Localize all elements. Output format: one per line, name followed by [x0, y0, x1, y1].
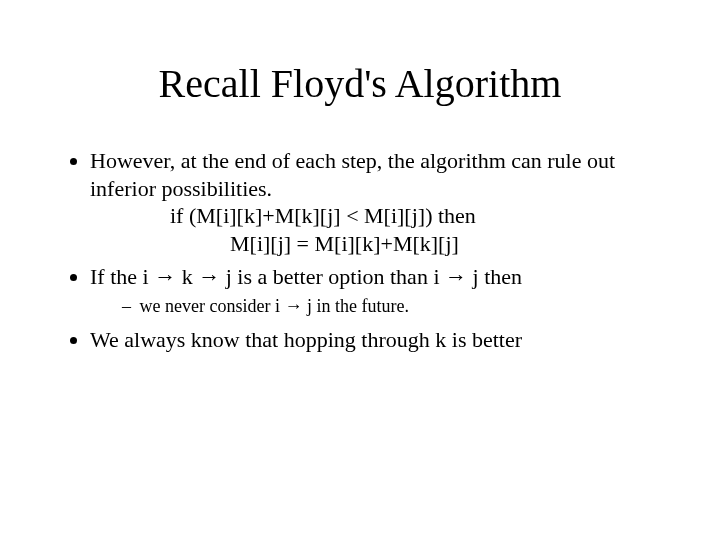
bullet-list: However, at the end of each step, the al… [50, 147, 670, 353]
arrow-icon: → [198, 264, 220, 289]
arrow-icon: → [154, 264, 176, 289]
sub-bullet-list: we never consider i → j in the future. [90, 295, 670, 318]
bullet-3-text: We always know that hopping through k is… [90, 327, 522, 352]
sub-1-part-2: j in the future. [302, 296, 408, 316]
bullet-item-3: We always know that hopping through k is… [90, 326, 670, 354]
slide-title: Recall Floyd's Algorithm [50, 60, 670, 107]
bullet-2-part-4: j then [467, 264, 522, 289]
bullet-2-part-3: j is a better option than i [220, 264, 445, 289]
bullet-item-2: If the i → k → j is a better option than… [90, 263, 670, 318]
bullet-item-1: However, at the end of each step, the al… [90, 147, 670, 257]
slide: Recall Floyd's Algorithm However, at the… [0, 0, 720, 540]
code-line-2: M[i][j] = M[i][k]+M[k][j] [230, 230, 670, 258]
sub-bullet-1: we never consider i → j in the future. [140, 295, 670, 318]
bullet-2-part-2: k [176, 264, 198, 289]
arrow-icon: → [284, 296, 302, 316]
sub-1-part-1: we never consider i [140, 296, 285, 316]
code-line-1: if (M[i][k]+M[k][j] < M[i][j]) then [170, 202, 670, 230]
arrow-icon: → [445, 264, 467, 289]
bullet-1-text: However, at the end of each step, the al… [90, 148, 615, 201]
bullet-2-part-1: If the i [90, 264, 154, 289]
